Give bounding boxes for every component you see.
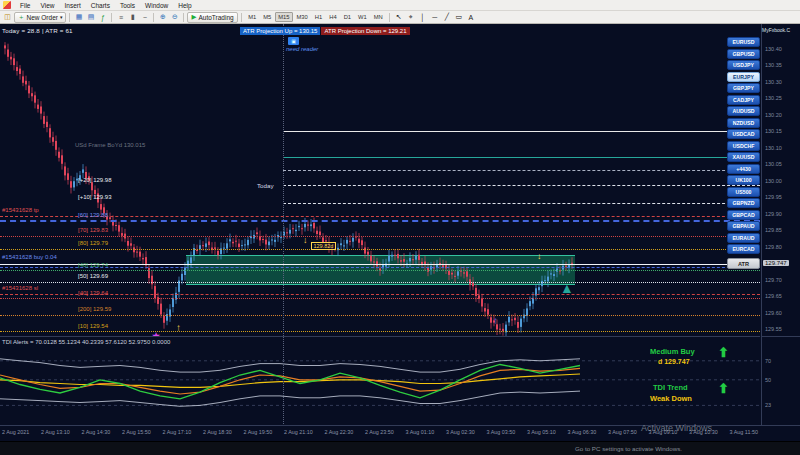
autotrading-button[interactable]: ▶ AutoTrading [187, 12, 237, 23]
rectangle-icon[interactable]: ▭ [453, 12, 464, 23]
menu-item-window[interactable]: Window [140, 2, 173, 9]
symbol-button-gbpnzd[interactable]: GBPNZD [727, 198, 760, 208]
price-level-line[interactable] [0, 282, 760, 283]
price-level-line[interactable] [0, 331, 760, 332]
symbol-button-usdchf[interactable]: USDCHF [727, 141, 760, 151]
indicators-icon[interactable]: ƒ [97, 12, 108, 23]
timeframe-button-h1[interactable]: H1 [311, 12, 325, 22]
bar-chart-icon[interactable]: ≡ [115, 12, 126, 23]
chart-window-icon[interactable]: ◫ [2, 12, 13, 23]
symbol-button-audusd[interactable]: AUDUSD [727, 106, 760, 116]
atr-projection-up-badge: ATR Projection Up = 130.15 [240, 27, 320, 35]
atr-panel-button[interactable]: ATR [727, 258, 760, 269]
timeframe-button-h4[interactable]: H4 [326, 12, 340, 22]
market-watch-icon[interactable]: ▦ [73, 12, 84, 23]
price-level-line[interactable] [0, 220, 760, 222]
price-level-line[interactable] [0, 315, 760, 316]
price-axis-label: 129.60 [765, 310, 782, 316]
frame-note-label: USd Frame BoYd 130.015 [75, 142, 145, 148]
time-label: 3 Aug 01:10 [406, 429, 435, 441]
time-label: 3 Aug 05:10 [527, 429, 556, 441]
price-level-line[interactable] [0, 298, 760, 299]
price-level-line[interactable] [283, 170, 760, 171]
reader-icon-button[interactable]: ▣ [288, 37, 299, 45]
cursor-icon[interactable]: ↖ [393, 12, 404, 23]
price-level-label: [80] 129.79 [78, 240, 108, 246]
price-level-line[interactable] [0, 216, 760, 217]
up-arrow-icon: ⬆ [718, 345, 729, 360]
price-axis[interactable]: 130.40130.35130.30130.25130.20130.15130.… [761, 24, 800, 336]
today-label: Today [257, 182, 274, 189]
symbol-button-uk100[interactable]: UK100 [727, 175, 760, 185]
timeframe-button-w1[interactable]: W1 [355, 12, 371, 22]
time-label: 2 Aug 2021 [2, 429, 29, 441]
timeframe-button-m5[interactable]: M5 [260, 12, 275, 22]
symbol-button-eurcad[interactable]: EURCAD [727, 244, 760, 254]
horizontal-line-icon[interactable]: ─ [429, 12, 440, 23]
play-icon: ▶ [191, 13, 196, 21]
price-level-line[interactable] [0, 270, 760, 271]
vertical-line-icon[interactable]: │ [417, 12, 428, 23]
tdi-svg [0, 337, 760, 425]
price-level-line[interactable] [283, 157, 760, 158]
price-level-line[interactable] [0, 264, 760, 265]
price-level-line[interactable] [0, 249, 760, 250]
symbol-button-gbpcad[interactable]: GBPCAD [727, 210, 760, 220]
price-axis-label: 129.90 [765, 211, 782, 217]
timeframe-button-d1[interactable]: D1 [340, 12, 354, 22]
symbol-button-eurjpy[interactable]: EURJPY [727, 72, 760, 82]
menu-item-tools[interactable]: Tools [115, 2, 140, 9]
time-label: 3 Aug 03:50 [487, 429, 516, 441]
price-level-line[interactable] [0, 236, 760, 237]
price-level-line[interactable] [0, 294, 760, 295]
price-level-line[interactable] [283, 185, 760, 186]
price-level-line[interactable] [283, 203, 760, 204]
symbol-button-gbpjpy[interactable]: GBPJPY [727, 83, 760, 93]
symbol-button-nzdusd[interactable]: NZDUSD [727, 118, 760, 128]
symbol-button-gbpusd[interactable]: GBPUSD [727, 49, 760, 59]
mt4-terminal-window: FileViewInsertChartsToolsWindowHelp ◫ ＋ … [0, 0, 800, 455]
chart-comment: Today = 28.8 | ATR = 61 [2, 27, 73, 34]
menu-item-insert[interactable]: Insert [59, 2, 85, 9]
menu-item-file[interactable]: File [15, 2, 35, 9]
symbol-button-gbpaud[interactable]: GBPAUD [727, 221, 760, 231]
zoom-in-icon[interactable]: ⊕ [157, 12, 168, 23]
candle-chart-icon[interactable]: ▮ [127, 12, 138, 23]
toolbar: ◫ ＋ New Order ▾ ▦ ▤ ƒ ≡ ▮ ~ ⊕ ⊖ ▶ AutoTr… [0, 11, 800, 24]
line-chart-icon[interactable]: ~ [139, 12, 150, 23]
timeframe-button-m1[interactable]: M1 [245, 12, 260, 22]
symbol-button-eurusd[interactable]: EURUSD [727, 37, 760, 47]
atr-projection-down-badge: ATR Projection Down = 129.21 [321, 27, 409, 35]
menu-item-help[interactable]: Help [173, 2, 196, 9]
price-level-label: [60] 129.88 [78, 212, 108, 218]
time-label: 2 Aug 14:30 [82, 429, 111, 441]
signal-weak-down: Weak Down [650, 394, 692, 403]
timeframe-button-m15[interactable]: M15 [275, 12, 293, 22]
menu-items: FileViewInsertChartsToolsWindowHelp [15, 2, 197, 9]
symbol-button-us500[interactable]: US500 [727, 187, 760, 197]
price-level-line[interactable] [0, 267, 760, 268]
symbol-button-usdjpy[interactable]: USDJPY [727, 60, 760, 70]
timeframe-button-mn[interactable]: MN [370, 12, 386, 22]
symbol-button-cadjpy[interactable]: CADJPY [727, 95, 760, 105]
text-icon[interactable]: A [465, 12, 476, 23]
trendline-icon[interactable]: ╱ [441, 12, 452, 23]
symbol-button-xauusd[interactable]: XAUUSD [727, 152, 760, 162]
sell-arrow-marker: ↓ [537, 252, 542, 261]
symbol-button-euraud[interactable]: EURAUD [727, 233, 760, 243]
zoom-out-icon[interactable]: ⊖ [169, 12, 180, 23]
toolbar-separator [111, 13, 112, 22]
new-order-button[interactable]: ＋ New Order ▾ [14, 12, 66, 23]
data-window-icon[interactable]: ▤ [85, 12, 96, 23]
crosshair-icon[interactable]: ⌖ [405, 12, 416, 23]
menu-item-view[interactable]: View [35, 2, 59, 9]
symbol-button-+4430[interactable]: +4430 [727, 164, 760, 174]
chart-area[interactable]: #15431628 tp[+20] 129.98[+10] 129.93[60]… [0, 24, 760, 336]
price-level-line[interactable] [283, 131, 760, 132]
timeframe-button-m30[interactable]: M30 [293, 12, 311, 22]
price-axis-label: 130.25 [765, 95, 782, 101]
menu-item-charts[interactable]: Charts [86, 2, 115, 9]
price-axis-label: 130.10 [765, 145, 782, 151]
symbol-button-usdcad[interactable]: USDCAD [727, 129, 760, 139]
tdi-pane[interactable]: TDI Alerts = 70.0128 55.1234 40.2339 57.… [0, 336, 760, 425]
